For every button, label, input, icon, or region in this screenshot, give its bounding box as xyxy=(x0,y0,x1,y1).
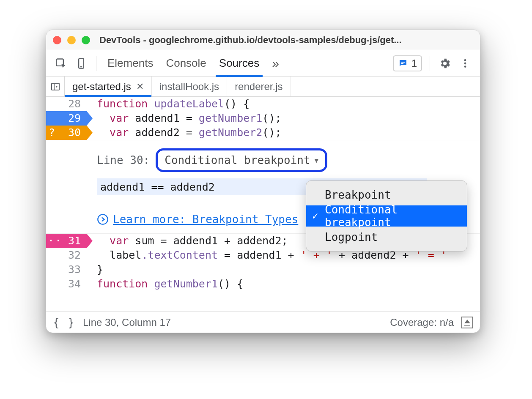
file-tab-active[interactable]: get-started.js ✕ xyxy=(65,77,152,96)
line-number[interactable]: 32 xyxy=(46,248,87,262)
svg-rect-4 xyxy=(401,63,403,64)
code-text: var sum = addend1 + addend2; xyxy=(87,234,288,248)
code-text: var addend2 = getNumber2(); xyxy=(87,126,282,140)
breakpoint-marker-blue[interactable]: 29 xyxy=(46,111,87,126)
svg-point-7 xyxy=(464,66,466,68)
cursor-position: Line 30, Column 17 xyxy=(83,317,171,328)
devtools-window: DevTools - googlechrome.github.io/devtoo… xyxy=(46,30,480,333)
breakpoint-type-value: Conditional breakpoint xyxy=(165,154,310,167)
svg-point-5 xyxy=(464,59,466,61)
tab-elements[interactable]: Elements xyxy=(104,57,156,70)
more-tabs-button[interactable]: » xyxy=(269,56,282,71)
chevron-down-icon: ▼ xyxy=(315,156,319,164)
inspect-element-icon[interactable] xyxy=(54,56,68,71)
popup-option-breakpoint[interactable]: Breakpoint xyxy=(306,184,467,205)
svg-marker-10 xyxy=(56,85,58,88)
file-tab-label: get-started.js xyxy=(72,81,131,93)
code-text: var addend1 = getNumber1(); xyxy=(87,111,282,126)
settings-icon[interactable] xyxy=(438,56,452,71)
device-toolbar-icon[interactable] xyxy=(74,56,88,71)
window-title: DevTools - googlechrome.github.io/devtoo… xyxy=(99,35,402,46)
file-tab-label: renderer.js xyxy=(235,81,282,93)
file-tabs: get-started.js ✕ installHook.js renderer… xyxy=(46,77,480,97)
show-drawer-icon[interactable] xyxy=(461,317,473,328)
breakpoint-type-select[interactable]: Conditional breakpoint ▼ xyxy=(156,148,327,172)
code-text: } xyxy=(87,262,103,277)
arrow-right-circle-icon xyxy=(97,213,109,225)
svg-point-6 xyxy=(464,62,466,64)
maximize-window-button[interactable] xyxy=(82,36,90,44)
status-bar: { } Line 30, Column 17 Coverage: n/a xyxy=(46,312,480,333)
window-titlebar: DevTools - googlechrome.github.io/devtoo… xyxy=(46,30,480,50)
file-tab[interactable]: renderer.js xyxy=(227,77,291,96)
tab-sources[interactable]: Sources xyxy=(216,57,263,70)
issues-button[interactable]: 1 xyxy=(393,55,422,71)
popup-option-logpoint[interactable]: Logpoint xyxy=(306,227,467,248)
file-tab-label: installHook.js xyxy=(159,81,219,93)
navigator-toggle-icon[interactable] xyxy=(46,77,65,96)
popup-option-conditional[interactable]: Conditional breakpoint xyxy=(306,205,467,227)
code-editor[interactable]: 28 function updateLabel() { 29 var adden… xyxy=(46,97,480,312)
breakpoint-marker-logpoint[interactable]: ··31 xyxy=(46,234,87,248)
svg-rect-3 xyxy=(401,62,405,63)
tab-console[interactable]: Console xyxy=(162,57,209,70)
line-number[interactable]: 34 xyxy=(46,277,87,291)
code-text: function getNumber1() { xyxy=(87,277,243,291)
svg-point-11 xyxy=(98,214,107,224)
issues-icon xyxy=(398,58,408,68)
kebab-menu-icon[interactable] xyxy=(458,56,472,71)
panel-tabs: Elements Console Sources » 1 xyxy=(46,50,480,77)
breakpoint-line-label: Line 30: xyxy=(97,154,150,167)
coverage-status: Coverage: n/a xyxy=(390,317,454,328)
learn-more-text: Learn more: Breakpoint Types xyxy=(113,213,298,226)
minimize-window-button[interactable] xyxy=(67,36,76,44)
breakpoint-type-popup: Breakpoint Conditional breakpoint Logpoi… xyxy=(306,180,467,251)
close-tab-icon[interactable]: ✕ xyxy=(136,81,144,92)
pretty-print-icon[interactable]: { } xyxy=(53,316,75,329)
window-controls xyxy=(53,36,90,44)
close-window-button[interactable] xyxy=(53,36,61,44)
breakpoint-marker-conditional[interactable]: ?30 xyxy=(46,126,87,140)
file-tab[interactable]: installHook.js xyxy=(152,77,227,96)
separator xyxy=(96,56,96,71)
issues-count: 1 xyxy=(411,57,417,69)
line-number[interactable]: 33 xyxy=(46,262,87,277)
line-number[interactable]: 28 xyxy=(46,97,87,111)
svg-rect-8 xyxy=(52,83,59,90)
code-text: function updateLabel() { xyxy=(87,97,250,111)
separator xyxy=(430,56,430,71)
